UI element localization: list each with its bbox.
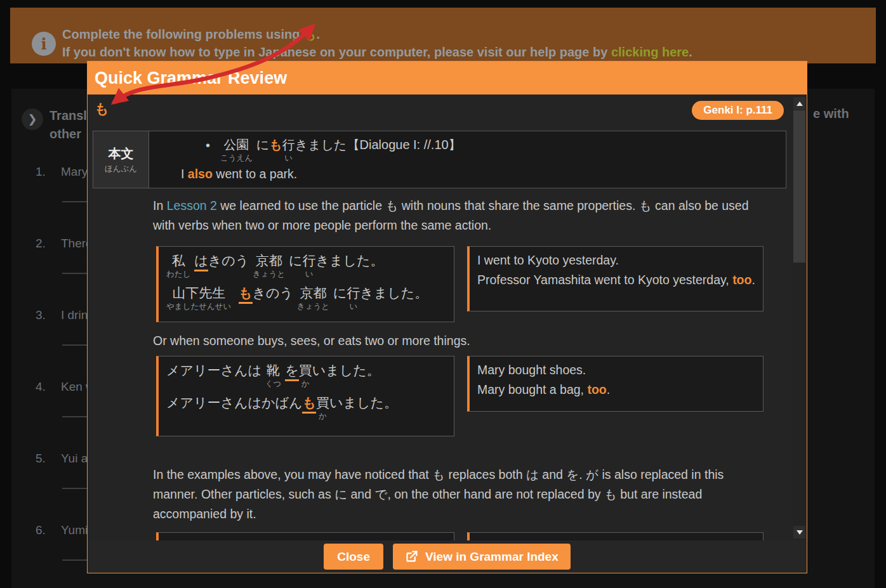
- grammar-paragraph-1: In Lesson 2 we learned to use the partic…: [153, 196, 772, 235]
- grammar-mid-sentence: Or when someone buys, sees, or eats two …: [153, 334, 470, 348]
- exercise-heading-fragment: Transl other: [50, 107, 87, 143]
- banner-line2-text: If you don't know how to type in Japanes…: [62, 45, 611, 59]
- example1-english-box: I went to Kyoto yesterday.Professor Yama…: [467, 246, 764, 311]
- problem-number: 5.: [36, 452, 52, 466]
- example-row-3-partial: [156, 532, 764, 540]
- view-button-label: View in Grammar Index: [425, 550, 559, 564]
- grammar-paragraph-2: In the examples above, you may have noti…: [153, 465, 772, 524]
- genki-page-badge: Genki I: p.111: [692, 101, 784, 120]
- modal-title: Quick Grammar Review: [95, 69, 287, 88]
- instruction-banner: i Complete the following problems using …: [10, 8, 876, 63]
- modal-body: も Genki I: p.111 本文 ほんぶん • 公園こうえん にも行いきま…: [88, 95, 807, 540]
- problem-number: 2.: [36, 237, 52, 251]
- close-button[interactable]: Close: [324, 544, 383, 570]
- banner-line2-period: .: [689, 45, 692, 59]
- example-row-1: 私わたし はきのう 京都きょうと に行いきました。山下先生やましたせんせい もき…: [156, 246, 764, 322]
- problem-item-4: 4.Ken w: [36, 380, 95, 394]
- lesson-2-link[interactable]: Lesson 2: [167, 199, 217, 212]
- banner-line-1: Complete the following problems using も.: [62, 25, 692, 43]
- scroll-down-icon: [797, 530, 803, 535]
- bullet-icon: •: [206, 137, 210, 163]
- dialogue-example-english: I also went to a park.: [149, 165, 779, 183]
- example1-japanese-box: 私わたし はきのう 京都きょうと に行いきました。山下先生やましたせんせい もき…: [156, 246, 454, 322]
- example-line: 私わたし はきのう 京都きょうと に行いきました。: [166, 252, 446, 280]
- example-line: 山下先生やましたせんせい もきのう 京都きょうと に行いきました。: [166, 285, 446, 313]
- quick-grammar-review-modal: Quick Grammar Review も Genki I: p.111 本文…: [87, 61, 807, 573]
- banner-text: Complete the following problems using も.…: [62, 25, 692, 61]
- example2-english-box: Mary bought shoes.Mary bought a bag, too…: [467, 356, 764, 412]
- example-line: I went to Kyoto yesterday.: [477, 251, 755, 270]
- scroll-up-button[interactable]: [793, 97, 805, 110]
- banner-line1-text: Complete the following problems using: [62, 27, 303, 41]
- problem-number: 4.: [36, 380, 52, 394]
- exercise-heading-line2: other: [50, 125, 87, 143]
- problem-item-3: 3.I drink: [36, 308, 94, 322]
- external-link-icon: [405, 550, 418, 563]
- problem-number: 1.: [36, 165, 52, 179]
- problem-item-2: 2.There: [36, 237, 93, 251]
- honbun-furigana: ほんぶん: [105, 164, 137, 174]
- modal-scrollbar[interactable]: [793, 97, 805, 539]
- particle-mo-heading: も: [95, 100, 109, 119]
- example-line: メアリーさんはかばんも買かいました。: [166, 395, 446, 422]
- example-line: Mary bought shoes.: [477, 360, 755, 380]
- dialogue-example-row: • 公園こうえん にも行いきました【Dialogue I: //.10】: [149, 137, 779, 163]
- example2-japanese-box: メアリーさんは 靴くつ を買かいました。メアリーさんはかばんも買かいました。: [156, 356, 454, 436]
- example3-english-box-partial: [467, 532, 764, 540]
- example-line: Mary bought a bag, too.: [477, 380, 755, 400]
- dialogue-example-japanese: 公園こうえん にも行いきました【Dialogue I: //.10】: [220, 137, 461, 163]
- banner-line1-period: .: [316, 27, 320, 41]
- banner-particle-mo: も: [303, 27, 316, 41]
- modal-header: Quick Grammar Review: [88, 62, 807, 95]
- view-in-grammar-index-button[interactable]: View in Grammar Index: [393, 544, 571, 570]
- example3-japanese-box-partial: [156, 532, 454, 540]
- example-line: メアリーさんは 靴くつ を買かいました。: [166, 362, 446, 390]
- chevron-right-icon: ❯: [22, 108, 43, 130]
- scroll-down-button[interactable]: [793, 526, 805, 539]
- scrollbar-thumb[interactable]: [793, 110, 805, 263]
- banner-line-2: If you don't know how to type in Japanes…: [62, 43, 692, 61]
- example-line: Professor Yamashita went to Kyoto yester…: [477, 270, 755, 290]
- problem-number: 6.: [36, 523, 52, 537]
- scroll-up-icon: [797, 101, 803, 106]
- info-icon: i: [32, 32, 56, 56]
- problem-number: 3.: [36, 308, 52, 322]
- modal-footer: Close View in Grammar Index: [88, 540, 807, 573]
- example-row-2: メアリーさんは 靴くつ を買かいました。メアリーさんはかばんも買かいました。 M…: [156, 356, 764, 436]
- honbun-kanji: 本文: [109, 145, 134, 162]
- help-page-link[interactable]: clicking here: [611, 45, 689, 59]
- page: ❯ Transl other e with 1.Mary w 2.There 3…: [0, 0, 886, 588]
- honbun-example-table: 本文 ほんぶん • 公園こうえん にも行いきました【Dialogue I: //…: [93, 131, 786, 188]
- exercise-heading-line1: Transl: [50, 107, 87, 125]
- exercise-heading-right-fragment: e with: [813, 107, 849, 121]
- honbun-content-cell: • 公園こうえん にも行いきました【Dialogue I: //.10】 I a…: [149, 131, 786, 188]
- honbun-label-cell: 本文 ほんぶん: [93, 131, 149, 188]
